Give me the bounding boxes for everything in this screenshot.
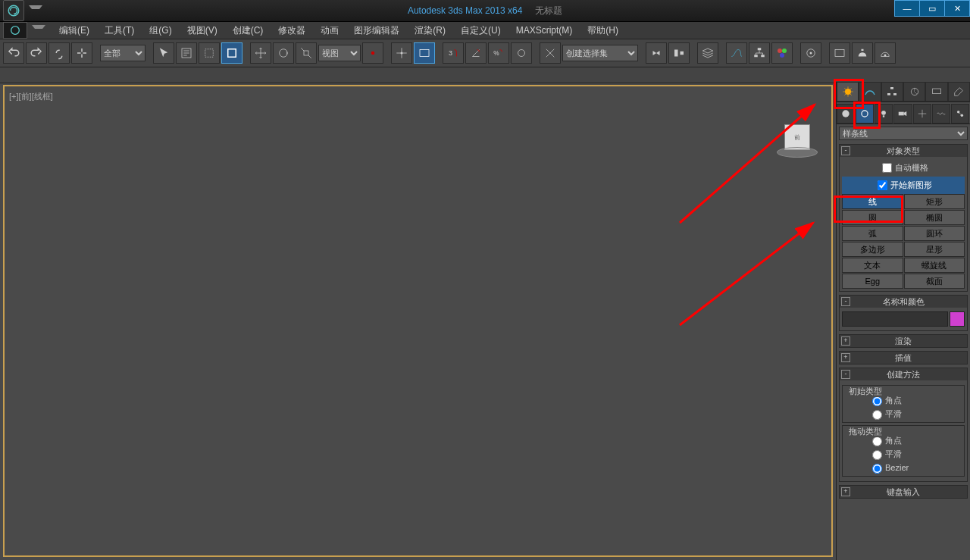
menu-graph-editors[interactable]: 图形编辑器 [346, 22, 407, 39]
cameras-cat-icon[interactable] [893, 104, 912, 124]
schematic-view-button[interactable] [749, 42, 770, 64]
rollout-collapse-icon[interactable]: - [841, 297, 850, 306]
helpers-cat-icon[interactable] [913, 104, 931, 124]
lights-cat-icon[interactable] [875, 104, 893, 124]
donut-button[interactable]: 圆环 [904, 226, 965, 241]
spacewarps-cat-icon[interactable] [932, 104, 950, 124]
section-button[interactable]: 截面 [904, 274, 965, 289]
move-button[interactable] [250, 42, 271, 64]
hierarchy-tab[interactable] [881, 82, 903, 102]
rollout-header-object-type[interactable]: - 对象类型 [840, 145, 967, 157]
scale-button[interactable] [296, 42, 317, 64]
rollout-collapse-icon[interactable]: - [841, 370, 850, 379]
app-menu-dropdown-icon[interactable] [29, 5, 42, 17]
rollout-header-creation-method[interactable]: - 创建方法 [840, 368, 967, 380]
snap-percent-button[interactable]: % [488, 42, 509, 64]
render-frame-button[interactable] [829, 42, 850, 64]
named-selection-select[interactable]: 创建选择集 [562, 45, 638, 61]
initial-smooth-radio[interactable] [872, 410, 882, 420]
viewcube-face[interactable]: 前 [784, 124, 810, 150]
utilities-tab[interactable] [948, 82, 970, 102]
app-menu-chevron-icon[interactable] [32, 25, 45, 36]
close-button[interactable]: ✕ [944, 0, 970, 17]
menu-customize[interactable]: 自定义(U) [453, 22, 508, 39]
layer-manager-button[interactable] [697, 42, 718, 64]
shape-subcategory-select[interactable]: 样条线 [839, 127, 968, 140]
pivot-center-button[interactable] [362, 42, 383, 64]
app-menu-icon[interactable] [3, 22, 27, 39]
text-button[interactable]: 文本 [842, 258, 903, 273]
rollout-collapse-icon[interactable]: - [841, 146, 850, 155]
menu-help[interactable]: 帮助(H) [580, 22, 626, 39]
shapes-cat-icon[interactable] [856, 104, 874, 124]
rollout-expand-icon[interactable]: + [841, 336, 850, 346]
minimize-button[interactable]: — [894, 0, 920, 17]
start-new-shape-row[interactable]: 开始新图形 [842, 177, 965, 194]
rotate-button[interactable] [273, 42, 294, 64]
geometry-cat-icon[interactable] [837, 104, 855, 124]
ngon-button[interactable]: 多边形 [842, 242, 903, 257]
drag-bezier-radio[interactable] [872, 464, 882, 474]
keyboard-shortcut-button[interactable] [414, 42, 435, 64]
viewcube[interactable]: 前 [777, 117, 816, 156]
menu-maxscript[interactable]: MAXScript(M) [508, 23, 580, 38]
ellipse-button[interactable]: 椭圆 [904, 210, 965, 225]
object-color-swatch[interactable] [950, 311, 965, 327]
menu-tools[interactable]: 工具(T) [97, 22, 142, 39]
drag-smooth-radio-row[interactable]: 平滑 [846, 447, 961, 461]
create-tab[interactable] [837, 82, 859, 102]
snap-angle-button[interactable] [465, 42, 487, 64]
display-tab[interactable] [925, 82, 947, 102]
redo-button[interactable] [26, 42, 47, 64]
menu-create[interactable]: 创建(C) [225, 22, 271, 39]
edit-named-sel-button[interactable] [540, 42, 561, 64]
render-production-button[interactable] [852, 42, 873, 64]
initial-smooth-radio-row[interactable]: 平滑 [846, 407, 961, 421]
menu-animation[interactable]: 动画 [313, 22, 346, 39]
link-button[interactable] [48, 42, 70, 64]
menu-views[interactable]: 视图(V) [180, 22, 225, 39]
rollout-header-keyboard-entry[interactable]: + 键盘输入 [840, 486, 967, 498]
initial-corner-radio[interactable] [872, 396, 882, 406]
viewport-front[interactable]: [+][前][线框] 前 [3, 85, 833, 557]
align-button[interactable] [668, 42, 690, 64]
snap-spinner-button[interactable] [511, 42, 532, 64]
render-iterative-button[interactable] [875, 42, 896, 64]
material-editor-button[interactable] [771, 42, 793, 64]
menu-modifiers[interactable]: 修改器 [271, 22, 313, 39]
rollout-expand-icon[interactable]: + [841, 487, 850, 496]
drag-bezier-radio-row[interactable]: Bezier [846, 461, 961, 474]
rollout-header-name-color[interactable]: - 名称和颜色 [840, 296, 967, 308]
curve-editor-button[interactable] [726, 42, 747, 64]
unlink-button[interactable] [71, 42, 92, 64]
rollout-expand-icon[interactable]: + [841, 353, 850, 362]
menu-rendering[interactable]: 渲染(R) [407, 22, 453, 39]
selection-filter-select[interactable]: 全部 [100, 45, 146, 61]
systems-cat-icon[interactable] [951, 104, 969, 124]
motion-tab[interactable] [903, 82, 925, 102]
autogrid-checkbox-row[interactable]: 自动栅格 [842, 159, 965, 177]
circle-button[interactable]: 圆 [842, 210, 903, 225]
app-logo-icon[interactable] [3, 0, 24, 21]
menu-group[interactable]: 组(G) [142, 22, 179, 39]
menu-edit[interactable]: 编辑(E) [52, 22, 97, 39]
select-object-button[interactable] [153, 42, 174, 64]
modify-tab[interactable] [859, 82, 881, 102]
helix-button[interactable]: 螺旋线 [904, 258, 965, 273]
select-by-name-button[interactable] [176, 42, 197, 64]
mirror-button[interactable] [646, 42, 667, 64]
render-setup-button[interactable] [800, 42, 821, 64]
rollout-header-render[interactable]: + 渲染 [840, 335, 967, 347]
maximize-button[interactable]: ▭ [919, 0, 945, 17]
object-name-input[interactable] [842, 311, 948, 327]
rollout-header-interpolation[interactable]: + 插值 [840, 352, 967, 364]
autogrid-checkbox[interactable] [882, 163, 892, 173]
star-button[interactable]: 星形 [904, 242, 965, 257]
drag-corner-radio[interactable] [872, 436, 882, 446]
rectangle-button[interactable]: 矩形 [904, 194, 965, 209]
select-manipulate-button[interactable] [391, 42, 412, 64]
viewcube-ring[interactable] [777, 147, 818, 158]
undo-button[interactable] [3, 42, 24, 64]
window-crossing-button[interactable] [221, 42, 242, 64]
line-button[interactable]: 线 [842, 194, 903, 209]
